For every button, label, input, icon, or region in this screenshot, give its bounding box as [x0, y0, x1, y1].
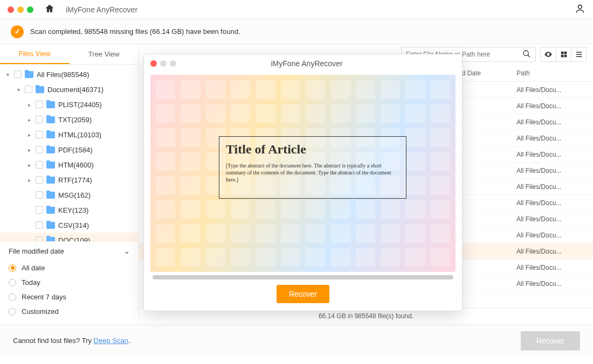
tree-item[interactable]: ▾All Files(985548) [0, 67, 139, 82]
folder-icon [46, 162, 55, 169]
tree-label: HTML(10103) [58, 131, 101, 139]
tree-label: PLIST(24405) [58, 101, 102, 109]
file-tree[interactable]: ▾All Files(985548)▾Document(46371)▸PLIST… [0, 65, 139, 241]
folder-icon [46, 222, 55, 229]
home-icon[interactable] [44, 3, 55, 16]
tree-label: PDF(1584) [58, 146, 93, 154]
tree-item[interactable]: ▸RTF(1774) [0, 172, 139, 187]
checkbox[interactable] [36, 206, 43, 214]
checkbox[interactable] [36, 131, 43, 138]
preview-close-icon[interactable] [150, 60, 157, 67]
tree-item[interactable]: ▸PDF(1584) [0, 142, 139, 157]
folder-icon [25, 71, 33, 78]
radio-icon[interactable] [9, 264, 16, 272]
window-controls [8, 6, 33, 13]
tree-label: KEY(123) [58, 206, 88, 214]
checkbox[interactable] [36, 221, 43, 229]
checkbox[interactable] [25, 86, 32, 93]
eye-icon[interactable] [541, 47, 556, 61]
radio-icon[interactable] [9, 279, 16, 286]
tree-label: MSG(162) [58, 191, 91, 199]
checkbox[interactable] [36, 101, 43, 108]
cell-path: All Files/Docu... [516, 215, 593, 223]
tree-item[interactable]: ▸HTML(10103) [0, 127, 139, 142]
tree-label: CSV(314) [58, 221, 89, 229]
doc-title: Title of Article [226, 142, 399, 157]
tree-item[interactable]: ▸PLIST(24405) [0, 97, 139, 112]
preview-titlebar: iMyFone AnyRecover [144, 54, 462, 73]
checkbox[interactable] [14, 71, 22, 78]
filter-option[interactable]: All date [9, 261, 130, 275]
tab-tree-view[interactable]: Tree View [70, 44, 139, 64]
preview-maximize-icon[interactable] [170, 60, 176, 67]
user-icon[interactable] [575, 3, 585, 16]
maximize-window-icon[interactable] [27, 6, 33, 13]
radio-icon[interactable] [9, 308, 16, 316]
tree-item[interactable]: KEY(123) [0, 202, 139, 218]
caret-icon[interactable]: ▾ [15, 87, 22, 93]
filter-title: File modified date [9, 247, 64, 255]
cell-path: All Files/Docu... [516, 264, 593, 271]
caret-icon[interactable]: ▸ [26, 132, 32, 138]
caret-icon[interactable]: ▸ [26, 117, 32, 123]
tree-item[interactable]: ▸HTM(4600) [0, 157, 139, 172]
tree-item[interactable]: CSV(314) [0, 218, 139, 233]
svg-rect-3 [564, 52, 567, 54]
cell-path: All Files/Docu... [516, 183, 593, 191]
deep-scan-link[interactable]: Deep Scan [94, 337, 128, 345]
checkbox[interactable] [36, 161, 43, 169]
folder-icon [46, 101, 55, 108]
folder-icon [46, 131, 55, 138]
footer: Cannot find lost files? Try Deep Scan. R… [0, 324, 593, 356]
status-bar: ✓ Scan completed, 985548 missing files (… [0, 19, 593, 44]
caret-icon[interactable]: ▸ [26, 147, 32, 153]
tree-item[interactable]: ▾Document(46371) [0, 82, 139, 97]
tree-item[interactable]: DOC(109) [0, 233, 139, 241]
radio-icon[interactable] [9, 293, 16, 301]
filter-label: All date [22, 264, 45, 272]
cell-path: All Files/Docu... [516, 248, 593, 255]
filter-option[interactable]: Customized [9, 304, 130, 319]
cell-path: All Files/Docu... [516, 86, 593, 94]
status-text: Scan completed, 985548 missing files (66… [30, 27, 240, 36]
caret-icon[interactable]: ▸ [26, 162, 32, 168]
list-icon[interactable] [571, 47, 586, 61]
folder-icon [36, 86, 44, 93]
filter-option[interactable]: Today [9, 275, 130, 290]
checkbox[interactable] [36, 146, 43, 153]
tree-item[interactable]: ▸TXT(2059) [0, 112, 139, 127]
filter-header[interactable]: File modified date ⌄ [9, 247, 130, 255]
minimize-window-icon[interactable] [17, 6, 24, 13]
checkbox[interactable] [36, 191, 43, 199]
recover-button[interactable]: Recover [521, 331, 580, 351]
caret-icon[interactable]: ▸ [26, 177, 32, 183]
check-icon: ✓ [11, 25, 24, 38]
footer-prompt: Cannot find lost files? Try Deep Scan. [13, 337, 130, 345]
caret-icon[interactable]: ▸ [26, 102, 32, 108]
preview-minimize-icon[interactable] [160, 60, 167, 67]
view-tabs: Files View Tree View [0, 44, 139, 65]
search-icon[interactable] [522, 50, 531, 60]
tree-item[interactable]: MSG(162) [0, 187, 139, 202]
preview-title: iMyFone AnyRecover [187, 59, 426, 68]
svg-point-0 [578, 5, 582, 9]
preview-recover-button[interactable]: Recover [277, 285, 329, 303]
doc-abstract: [Type the abstract of the document here.… [226, 162, 399, 183]
checkbox[interactable] [36, 236, 43, 241]
grid-icon[interactable] [556, 47, 571, 61]
svg-rect-2 [561, 52, 563, 54]
col-path[interactable]: Path [516, 69, 593, 77]
close-window-icon[interactable] [8, 6, 14, 13]
cell-path: All Files/Docu... [516, 118, 593, 126]
titlebar: iMyFone AnyRecover [0, 0, 593, 19]
checkbox[interactable] [36, 116, 43, 123]
checkbox[interactable] [36, 176, 43, 184]
tree-label: RTF(1774) [58, 176, 92, 184]
tab-files-view[interactable]: Files View [0, 44, 70, 64]
filter-panel: File modified date ⌄ All dateTodayRecent… [0, 241, 139, 324]
caret-icon[interactable]: ▾ [4, 72, 11, 78]
svg-rect-4 [561, 55, 563, 58]
preview-scrollbar[interactable] [153, 275, 453, 279]
tree-label: HTM(4600) [58, 161, 94, 169]
filter-option[interactable]: Recent 7 days [9, 290, 130, 304]
